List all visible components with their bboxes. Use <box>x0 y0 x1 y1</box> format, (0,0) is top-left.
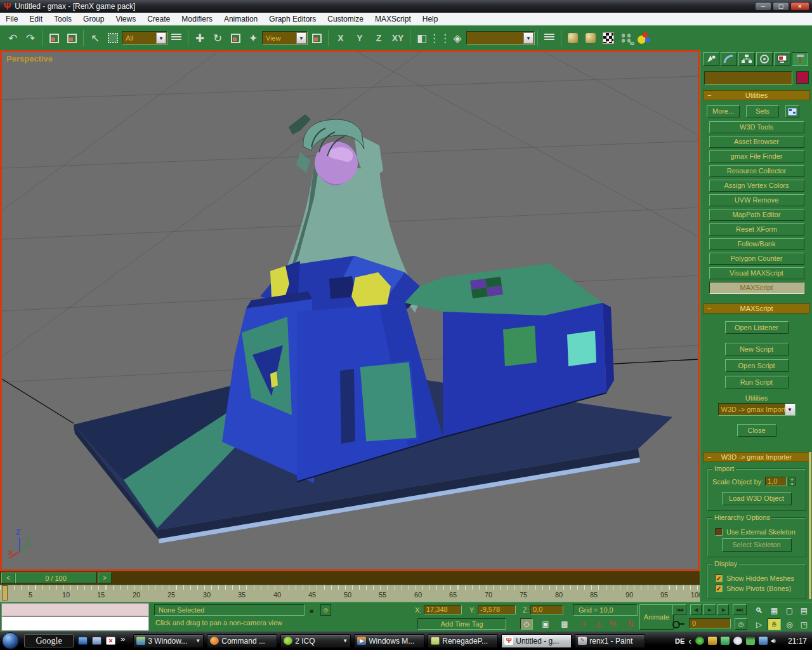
select-scale-button[interactable] <box>226 29 244 47</box>
field-of-view-button[interactable]: ▷ <box>752 618 766 630</box>
asset-browser-button[interactable]: Asset Browser <box>709 136 804 148</box>
tab-utilities[interactable] <box>792 52 808 66</box>
track-bar-handle[interactable] <box>2 585 8 600</box>
menu-edit[interactable]: Edit <box>23 13 48 25</box>
spinner-up-icon[interactable]: ▲ <box>789 477 796 481</box>
utilities-rollout-header[interactable]: − Utilities <box>703 90 810 100</box>
tray-signal-icon[interactable] <box>746 637 755 645</box>
schematic-view-button[interactable] <box>564 29 582 47</box>
viewport-label[interactable]: Perspective <box>6 54 53 63</box>
rect-selection-region-button[interactable] <box>104 29 122 47</box>
quick-render-button[interactable] <box>635 29 653 47</box>
spinner-down-icon[interactable]: ▼ <box>789 482 796 486</box>
select-rotate-button[interactable]: ↻ <box>209 29 226 47</box>
assign-vertex-colors-button[interactable]: Assign Vertex Colors <box>709 180 804 192</box>
marquee-icon[interactable]: ▣ <box>539 618 552 630</box>
object-name-field[interactable] <box>704 71 792 85</box>
quick-launch-app-icon[interactable]: × <box>106 637 115 645</box>
absolute-mode-icon[interactable]: ◎ <box>320 604 331 616</box>
time-slider-next-button[interactable]: > <box>98 573 112 583</box>
configure-button-sets-button[interactable] <box>785 105 799 117</box>
new-script-button[interactable]: New Script <box>725 343 789 355</box>
show-hidden-meshes-row[interactable]: ✓ Show Hidden Meshes <box>715 574 803 582</box>
taskbar-group-windows[interactable]: 3 Window... ▼ <box>133 634 204 648</box>
taskbar-command[interactable]: Command ... <box>207 634 277 648</box>
use-external-skeleton-row[interactable]: Use External Skeleton <box>715 528 803 536</box>
select-object-button[interactable]: ↖ <box>86 29 104 47</box>
restore-button[interactable]: ▢ <box>773 2 789 11</box>
array-button[interactable]: ⋮⋮ <box>431 29 449 47</box>
menu-group[interactable]: Group <box>77 13 110 25</box>
google-search-box[interactable]: Google <box>24 634 74 647</box>
render-type-button[interactable]: ID <box>617 29 635 47</box>
key-mode-icon[interactable] <box>672 620 685 628</box>
menu-maxscript[interactable]: MAXScript <box>369 13 417 25</box>
tab-hierarchy[interactable] <box>738 52 755 66</box>
add-time-tag-field[interactable]: Add Time Tag <box>417 618 506 630</box>
align-button[interactable]: ◈ <box>449 29 466 47</box>
taskbar-windows-media[interactable]: ▶ Windows M... <box>354 634 424 648</box>
object-color-swatch[interactable] <box>796 71 809 84</box>
taskbar-clock[interactable]: 21:17 <box>788 637 807 646</box>
zoom-extents-all-button[interactable]: ▤ <box>797 604 811 616</box>
menu-create[interactable]: Create <box>141 13 176 25</box>
polygon-counter-button[interactable]: Polygon Counter <box>709 253 804 265</box>
panel-scrollbar[interactable] <box>809 452 811 599</box>
redo-button[interactable]: ↷ <box>22 29 39 47</box>
load-w3d-object-button[interactable]: Load W3D Object <box>722 492 792 505</box>
maxscript-mini-listener-macro[interactable] <box>1 603 149 616</box>
maxscript-button-active[interactable]: MAXScript <box>709 282 804 294</box>
axis-x-button[interactable]: X <box>331 29 350 47</box>
chevron-down-icon[interactable]: ▼ <box>785 404 795 415</box>
w3d-tools-button[interactable]: W3D Tools <box>709 121 804 133</box>
lock-selection-icon[interactable]: 🔒︎ <box>307 604 317 616</box>
y-coord-field[interactable]: -9,578 <box>478 605 516 614</box>
uvw-remove-button[interactable]: UVW Remove <box>709 194 804 206</box>
axis-xy-button[interactable]: XY <box>388 29 407 47</box>
window-switcher-icon[interactable] <box>92 637 102 645</box>
go-to-end-button[interactable]: ▶▶| <box>733 604 747 615</box>
reference-coordinate-dropdown[interactable]: View ▼ <box>262 31 308 45</box>
menu-file[interactable]: File <box>0 13 23 25</box>
hand-of-nod-model[interactable] <box>74 114 672 543</box>
cube-icon[interactable]: ▩ <box>558 618 571 630</box>
volume-icon[interactable]: 🔊︎ <box>771 637 782 645</box>
perspective-viewport[interactable]: Perspective <box>0 50 700 571</box>
animate-button[interactable]: Animate <box>639 604 674 630</box>
named-selection-dropdown[interactable]: ▼ <box>466 31 535 45</box>
taskbar-paint[interactable]: ✎ renx1 - Paint <box>575 634 645 648</box>
time-configuration-button[interactable]: ◷ <box>735 618 747 630</box>
menu-graph-editors[interactable]: Graph Editors <box>263 13 322 25</box>
zoom-extents-button[interactable]: ▢ <box>783 604 796 616</box>
run-script-button[interactable]: Run Script <box>725 376 789 388</box>
minimize-button[interactable]: ─ <box>755 2 771 11</box>
select-by-name-button[interactable] <box>167 29 185 47</box>
mirror-button[interactable]: ◧ <box>413 29 431 47</box>
close-button[interactable]: × <box>790 2 809 11</box>
chevron-down-icon[interactable]: ▼ <box>156 32 166 44</box>
gmax-file-finder-button[interactable]: gmax File Finder <box>709 150 804 162</box>
arc-rotate-button[interactable]: ◎ <box>783 618 796 630</box>
previous-frame-button[interactable]: ◀| <box>690 604 702 615</box>
chevron-down-icon[interactable]: ▼ <box>296 32 306 44</box>
current-frame-field[interactable]: 0 <box>689 618 731 628</box>
show-pivots-checkbox[interactable]: ✓ <box>715 585 723 592</box>
material-editor-button[interactable] <box>582 29 599 47</box>
menu-animation[interactable]: Animation <box>218 13 263 25</box>
w3d-importer-rollout-header[interactable]: − W3D -> gmax Importer <box>703 452 810 462</box>
x-coord-field[interactable]: 17,348 <box>424 605 462 614</box>
tray-green-icon[interactable] <box>695 637 704 645</box>
show-pivots-row[interactable]: ✓ Show Pivots (Bones) <box>715 585 803 592</box>
unlink-selection-button[interactable] <box>63 29 81 47</box>
play-animation-button[interactable]: ▶ <box>703 604 716 615</box>
open-listener-button[interactable]: Open Listener <box>725 321 789 334</box>
axis-y-button[interactable]: Y <box>350 29 369 47</box>
tray-mail-icon[interactable] <box>708 637 717 645</box>
min-max-toggle-button[interactable]: ◳ <box>797 618 811 630</box>
select-move-button[interactable]: ✚ <box>191 29 209 47</box>
undo-button[interactable]: ↶ <box>4 29 22 47</box>
time-slider-track[interactable]: < 0 / 100 > <box>0 571 700 585</box>
use-external-skeleton-checkbox[interactable] <box>715 528 723 536</box>
use-pivot-center-button[interactable] <box>308 29 325 47</box>
tray-chevron[interactable]: ‹ <box>688 636 691 646</box>
